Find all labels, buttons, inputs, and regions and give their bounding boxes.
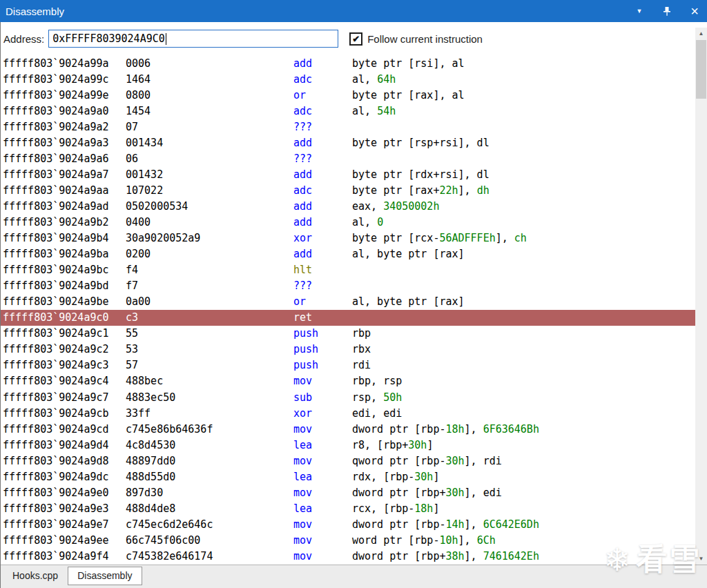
- close-icon[interactable]: ×: [689, 6, 700, 17]
- window-left-border: [0, 22, 1, 588]
- bytes-cell: 107022: [126, 184, 293, 197]
- bytes-cell: f7: [126, 280, 293, 292]
- disasm-row[interactable]: fffff803`9024a9c155pushrbp: [0, 326, 695, 342]
- address-cell: fffff803`9024a9f4: [3, 550, 126, 562]
- vertical-scrollbar[interactable]: ▲ ▼: [695, 28, 707, 565]
- checkmark-icon: ✔: [352, 34, 360, 44]
- window-menu-dropdown-icon[interactable]: ▼: [634, 6, 645, 17]
- operands-cell: edi, edi: [352, 407, 402, 420]
- operand-text: rbx: [352, 343, 371, 355]
- scroll-thumb[interactable]: [696, 40, 706, 99]
- disasm-row[interactable]: fffff803`9024a9dc488d55d0leardx, [rbp-30…: [0, 469, 695, 484]
- disasm-row[interactable]: fffff803`9024a9d848897dd0movqword ptr [r…: [0, 453, 695, 469]
- tab-hooks-cpp[interactable]: Hooks.cpp: [3, 567, 68, 585]
- bytes-cell: 001434: [126, 137, 293, 149]
- operand-text: al,: [352, 216, 377, 228]
- disasm-row[interactable]: fffff803`9024a99e0800orbyte ptr [rax], a…: [0, 87, 695, 103]
- disasm-row[interactable]: fffff803`9024a9a606???: [0, 150, 695, 166]
- operand-number: 54h: [377, 105, 396, 117]
- operand-number: 64h: [377, 73, 396, 86]
- operands-cell: byte ptr [rax+22h], dh: [352, 184, 490, 197]
- disasm-row[interactable]: fffff803`9024a9ee66c745f06c00movword ptr…: [0, 532, 695, 548]
- operand-text: eax,: [352, 200, 383, 213]
- operand-text: qword ptr [rbp-: [352, 455, 445, 467]
- bytes-cell: 0800: [126, 89, 293, 101]
- operands-cell: rbx: [352, 343, 371, 355]
- disasm-row[interactable]: fffff803`9024a9e7c745ec6d2e646cmovdword …: [0, 516, 695, 532]
- operand-text: r8, [rbp+: [352, 439, 408, 451]
- disasm-row[interactable]: fffff803`9024a9ba0200addal, byte ptr [ra…: [0, 246, 695, 262]
- operand-text: al, byte ptr [rax]: [352, 248, 465, 260]
- disasm-row[interactable]: fffff803`9024a9c253pushrbx: [0, 342, 695, 357]
- bytes-cell: 488d4de8: [126, 502, 293, 515]
- address-cell: fffff803`9024a9bd: [3, 280, 126, 292]
- operand-number: 56ADFFFEh: [439, 232, 495, 244]
- address-input[interactable]: 0xFFFFF8039024A9C0: [48, 30, 338, 48]
- disasm-row[interactable]: fffff803`9024a9cdc745e86b64636fmovdword …: [0, 421, 695, 437]
- operands-cell: al, byte ptr [rax]: [352, 248, 465, 260]
- disasm-row[interactable]: fffff803`9024a9aa107022adcbyte ptr [rax+…: [0, 182, 695, 198]
- bytes-cell: 0502000534: [126, 200, 293, 213]
- operand-text: rdx, [rbp-: [352, 471, 414, 483]
- bytes-cell: 30a9020052a9: [126, 232, 293, 244]
- disasm-row[interactable]: fffff803`9024a9c357pushrdi: [0, 357, 695, 373]
- disasm-row[interactable]: fffff803`9024a9f4c745382e646174movdword …: [0, 548, 695, 564]
- operands-cell: byte ptr [rsi], al: [352, 57, 465, 70]
- address-cell: fffff803`9024a9b4: [3, 232, 126, 244]
- operands-cell: rcx, [rbp-18h]: [352, 502, 439, 515]
- operands-cell: rdx, [rbp-30h]: [352, 471, 439, 483]
- address-cell: fffff803`9024a9ad: [3, 200, 126, 213]
- disasm-row[interactable]: fffff803`9024a9a01454adcal, 54h: [0, 103, 695, 119]
- address-cell: fffff803`9024a9a6: [3, 153, 126, 165]
- mnemonic-cell: xor: [293, 232, 352, 244]
- tab-disassembly[interactable]: Disassembly: [68, 567, 142, 585]
- disasm-row[interactable]: fffff803`9024a9a7001432addbyte ptr [rdx+…: [0, 166, 695, 182]
- disasm-row[interactable]: fffff803`9024a9ad0502000534addeax, 34050…: [0, 198, 695, 214]
- mnemonic-cell: mov: [293, 550, 352, 562]
- mnemonic-cell: ???: [293, 280, 352, 292]
- bytes-cell: 48897dd0: [126, 455, 293, 467]
- mnemonic-cell: or: [293, 89, 352, 101]
- bytes-cell: 4c8d4530: [126, 439, 293, 451]
- disasm-row[interactable]: fffff803`9024a9d44c8d4530lear8, [rbp+30h…: [0, 437, 695, 453]
- disasm-row-current[interactable]: fffff803`9024a9c0c3ret: [0, 310, 695, 326]
- disasm-row[interactable]: fffff803`9024a9c74883ec50subrsp, 50h: [0, 389, 695, 405]
- address-cell: fffff803`9024a9d4: [3, 439, 126, 451]
- operand-text: dword ptr [rbp-: [352, 423, 445, 435]
- disasm-row[interactable]: fffff803`9024a9a3001434addbyte ptr [rsp+…: [0, 135, 695, 150]
- scroll-up-icon[interactable]: ▲: [695, 28, 707, 39]
- operand-text: ],: [465, 518, 483, 531]
- operand-number: 14h: [445, 518, 464, 531]
- disasm-row[interactable]: fffff803`9024a99a0006addbyte ptr [rsi], …: [0, 55, 695, 71]
- disasm-row[interactable]: fffff803`9024a99c1464adcal, 64h: [0, 71, 695, 87]
- disasm-row[interactable]: fffff803`9024a9bdf7???: [0, 278, 695, 294]
- disasm-row[interactable]: fffff803`9024a9e3488d4de8learcx, [rbp-18…: [0, 500, 695, 516]
- operands-cell: al, 64h: [352, 73, 396, 86]
- operands-cell: rbp: [352, 327, 371, 340]
- operand-text: ], edi: [465, 487, 502, 499]
- disasm-row[interactable]: fffff803`9024a9a207???: [0, 119, 695, 135]
- disasm-row[interactable]: fffff803`9024a9c4488becmovrbp, rsp: [0, 373, 695, 389]
- mnemonic-cell: ret: [293, 311, 352, 324]
- disassembly-listing[interactable]: fffff803`9024a99a0006addbyte ptr [rsi], …: [0, 55, 695, 565]
- bytes-cell: f4: [126, 264, 293, 276]
- bytes-cell: 001432: [126, 168, 293, 181]
- disasm-row[interactable]: fffff803`9024a9e0897d30movdword ptr [rbp…: [0, 484, 695, 500]
- follow-checkbox[interactable]: ✔: [349, 32, 362, 46]
- disasm-row[interactable]: fffff803`9024a9b430a9020052a9xorbyte ptr…: [0, 231, 695, 246]
- scroll-down-icon[interactable]: ▼: [695, 553, 707, 565]
- bytes-cell: 0400: [126, 216, 293, 228]
- mnemonic-cell: lea: [293, 471, 352, 483]
- disasm-row[interactable]: fffff803`9024a9be0a00oral, byte ptr [rax…: [0, 294, 695, 310]
- disasm-row[interactable]: fffff803`9024a9cb33ffxoredi, edi: [0, 405, 695, 421]
- operand-text: rbp, rsp: [352, 375, 402, 387]
- mnemonic-cell: push: [293, 327, 352, 340]
- mnemonic-cell: mov: [293, 518, 352, 531]
- bytes-cell: 0a00: [126, 295, 293, 308]
- bytes-cell: 33ff: [126, 407, 293, 420]
- pin-icon[interactable]: [661, 6, 672, 17]
- disasm-row[interactable]: fffff803`9024a9b20400addal, 0: [0, 214, 695, 230]
- operand-text: word ptr [rbp-: [352, 534, 439, 547]
- operand-text: ],: [458, 184, 477, 197]
- disasm-row[interactable]: fffff803`9024a9bcf4hlt: [0, 262, 695, 278]
